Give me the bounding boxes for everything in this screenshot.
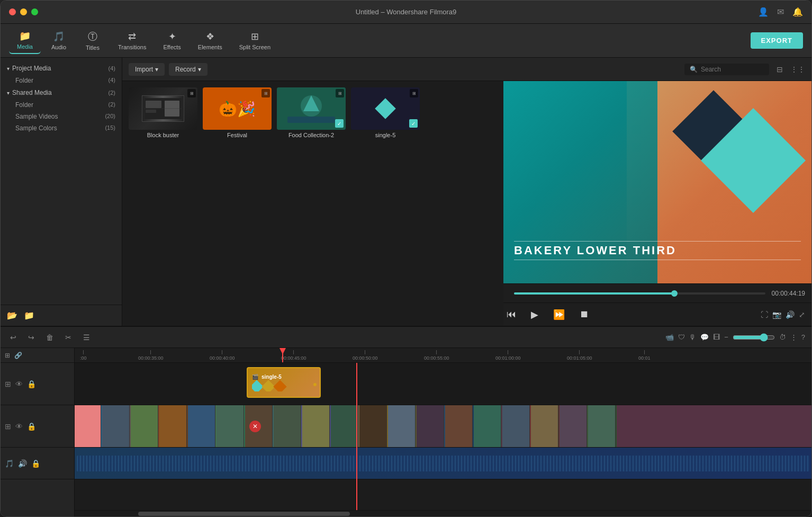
preview-controls-bar: 00:00:44:19: [503, 283, 811, 302]
audio-vol-icon[interactable]: 🔊: [18, 459, 27, 468]
expand-icon[interactable]: ⤢: [799, 310, 805, 319]
motion-track-label: ⊞ 👁 🔒: [1, 363, 74, 405]
undo-button[interactable]: ↩: [7, 331, 20, 344]
clock-icon[interactable]: ⏱: [779, 333, 786, 341]
record-chevron-icon: ▾: [198, 66, 201, 73]
thumb-icon-4: ⊞: [410, 89, 418, 97]
progress-handle[interactable]: [671, 290, 678, 297]
cut-button[interactable]: ✂: [62, 331, 75, 344]
record-button[interactable]: Record ▾: [169, 63, 207, 76]
sidebar-item-shared-media[interactable]: ▾ Shared Media (2): [1, 86, 122, 99]
more-icon[interactable]: ⋮: [790, 333, 797, 341]
media-item-label-food: Food Collection-2: [277, 132, 346, 138]
bakery-line-bottom: [514, 260, 801, 260]
search-input[interactable]: [701, 66, 764, 73]
grid-icon[interactable]: ⊞: [5, 380, 11, 388]
audio-lock-icon[interactable]: 🔒: [31, 459, 40, 468]
sample-videos-count: (20): [105, 113, 115, 120]
ruler-tick: 00:00:35:00: [138, 348, 164, 362]
video-eye-icon[interactable]: 👁: [15, 422, 23, 431]
fullscreen-icon[interactable]: ⛶: [761, 310, 768, 319]
redo-button[interactable]: ↪: [25, 331, 38, 344]
skip-back-button[interactable]: ⏮: [503, 306, 519, 323]
timeline-content: ⊞ 🔗 ⊞ 👁 🔒 ⊞ 👁 🔒 🎵 🔊: [1, 348, 811, 516]
timeline-scrollbar[interactable]: [75, 510, 811, 516]
user-icon[interactable]: 👤: [758, 7, 769, 17]
import-button[interactable]: Import ▾: [129, 63, 165, 76]
align-button[interactable]: ☰: [80, 331, 93, 344]
sidebar-item-shared-folder[interactable]: Folder (2): [1, 99, 122, 111]
video-grid-icon[interactable]: ⊞: [5, 422, 11, 431]
link-icon[interactable]: 🔗: [14, 352, 22, 359]
title-bar: Untitled – Wondershare Filmora9 👤 ✉ 🔔: [1, 1, 811, 24]
grid-view-icon[interactable]: ⋮⋮: [790, 65, 805, 74]
media2-icon[interactable]: 🎞: [713, 333, 720, 341]
sidebar-item-sample-videos[interactable]: Sample Videos (20): [1, 111, 122, 122]
sidebar-item-project-folder[interactable]: Folder (4): [1, 75, 122, 86]
filter-icon[interactable]: ⊟: [777, 65, 783, 74]
video-filmstrip: [75, 405, 811, 447]
shared-media-label: Shared Media: [12, 89, 52, 96]
thumb-check-single5: ✓: [409, 119, 418, 128]
shield-icon[interactable]: 🛡: [678, 333, 685, 341]
toolbar-elements[interactable]: ❖ Elements: [191, 28, 230, 54]
sidebar-item-project-media[interactable]: ▾ Project Media (4): [1, 62, 122, 75]
ruler-tick: 00:01:00:00: [495, 348, 521, 362]
minimize-button[interactable]: [20, 8, 27, 15]
list-item[interactable]: 🎃🎉 ⊞ Festival: [203, 87, 272, 138]
audio-track: [75, 448, 811, 479]
titles-label: Titles: [86, 44, 100, 51]
preview-right-controls: ⛶ 📷 🔊 ⤢: [761, 310, 811, 319]
list-item[interactable]: ⊞ ✓ single-5: [351, 87, 420, 138]
camera-icon[interactable]: 📹: [665, 333, 674, 341]
search-box[interactable]: 🔍: [684, 64, 769, 75]
import-folder-icon[interactable]: 📂: [7, 310, 17, 320]
scrollbar-thumb[interactable]: [138, 512, 350, 516]
toolbar-titles[interactable]: Ⓣ Titles: [77, 27, 109, 54]
delete-button[interactable]: 🗑: [43, 331, 57, 344]
lock-icon[interactable]: 🔒: [27, 380, 36, 388]
toolbar-effects[interactable]: ✦ Effects: [156, 28, 188, 54]
alert-icon[interactable]: 🔔: [792, 7, 803, 17]
preview-panel: BAKERY LOWER THIRD 00:00:44:19: [503, 81, 811, 326]
stop-button[interactable]: ⏹: [576, 306, 592, 323]
preview-transport: ⏮ ▶ ⏩ ⏹ ⛶ 📷 🔊 ⤢: [503, 302, 811, 326]
tracks-container: 🎬 single-5: [75, 363, 811, 510]
preview-progress[interactable]: [514, 292, 765, 295]
toolbar-media[interactable]: 📁 Media: [9, 27, 41, 54]
help-icon[interactable]: ?: [801, 333, 805, 341]
minus-icon[interactable]: −: [724, 333, 728, 341]
eye-icon[interactable]: 👁: [15, 380, 23, 388]
toolbar-transitions[interactable]: ⇄ Transitions: [111, 28, 154, 54]
progress-fill: [514, 292, 677, 295]
subtitle-icon[interactable]: 💬: [700, 333, 709, 341]
import-label: Import: [135, 66, 153, 73]
sidebar-item-sample-colors[interactable]: Sample Colors (15): [1, 122, 122, 134]
play-button[interactable]: ▶: [528, 306, 542, 324]
clip-single5[interactable]: 🎬 single-5: [247, 367, 321, 398]
import-chevron-icon: ▾: [155, 66, 158, 73]
delete-clip-button[interactable]: ✕: [249, 421, 261, 432]
video-lock-icon[interactable]: 🔒: [27, 422, 36, 431]
mail-icon[interactable]: ✉: [777, 7, 784, 17]
media-thumb-festival: 🎃🎉 ⊞: [203, 87, 272, 130]
music-icon[interactable]: 🎵: [5, 459, 14, 468]
export-button[interactable]: EXPORT: [751, 32, 803, 49]
toolbar-splitscreen[interactable]: ⊞ Split Screen: [232, 28, 278, 54]
snap-icon[interactable]: ⊞: [5, 352, 10, 359]
list-item[interactable]: ⊞ ✓ Food Collection-2: [277, 87, 346, 138]
mic-icon[interactable]: 🎙: [689, 333, 696, 341]
media-and-preview: ⊞ Block buster 🎃🎉 ⊞ Festival: [122, 81, 811, 326]
list-item[interactable]: ⊞ Block buster: [129, 87, 197, 138]
fast-forward-button[interactable]: ⏩: [550, 306, 568, 324]
close-button[interactable]: [9, 8, 16, 15]
shared-folder-count: (2): [109, 101, 115, 109]
volume-icon[interactable]: 🔊: [786, 310, 795, 319]
media-thumb-single5: ⊞ ✓: [351, 87, 420, 130]
toolbar-audio[interactable]: 🎵 Audio: [43, 28, 75, 54]
new-folder-icon[interactable]: 📁: [24, 310, 34, 320]
screenshot-icon[interactable]: 📷: [772, 310, 781, 319]
zoom-slider[interactable]: [733, 333, 775, 342]
content-panel: Import ▾ Record ▾ 🔍 ⊟ ⋮⋮: [122, 58, 811, 326]
maximize-button[interactable]: [31, 8, 38, 15]
